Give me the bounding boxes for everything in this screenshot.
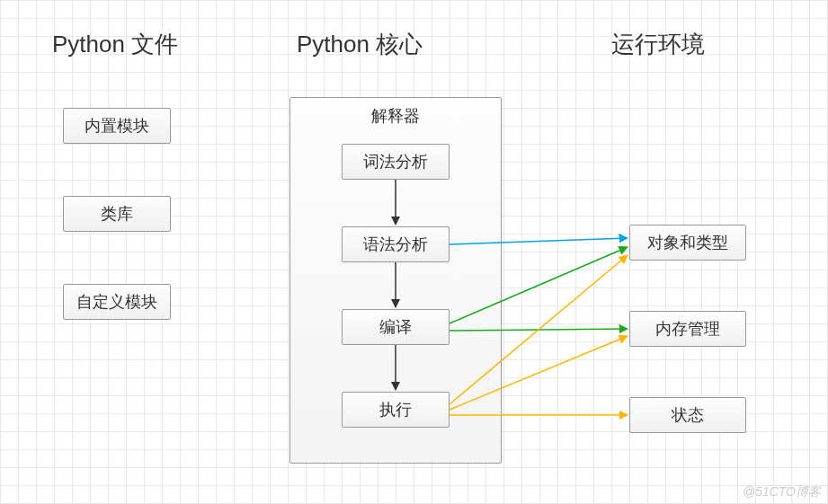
box-custom-modules: 自定义模块 bbox=[63, 284, 171, 320]
box-objects-types: 对象和类型 bbox=[629, 225, 746, 261]
label-custom-modules: 自定义模块 bbox=[76, 291, 157, 313]
label-interpreter: 解释器 bbox=[290, 105, 501, 127]
label-state: 状态 bbox=[672, 404, 704, 426]
label-memory-mgmt: 内存管理 bbox=[655, 318, 720, 340]
label-lexer: 词法分析 bbox=[363, 151, 428, 172]
heading-runtime-env: 运行环境 bbox=[611, 29, 705, 60]
label-libs: 类库 bbox=[101, 203, 133, 225]
box-compiler: 编译 bbox=[342, 309, 450, 345]
watermark: @51CTO博客 bbox=[743, 484, 821, 500]
box-executor: 执行 bbox=[342, 392, 450, 428]
label-builtin-modules: 内置模块 bbox=[85, 115, 149, 137]
box-parser: 语法分析 bbox=[342, 226, 450, 262]
label-compiler: 编译 bbox=[379, 316, 412, 338]
box-state: 状态 bbox=[629, 397, 746, 433]
box-builtin-modules: 内置模块 bbox=[63, 108, 171, 144]
box-lexer: 词法分析 bbox=[342, 144, 450, 180]
box-libs: 类库 bbox=[63, 196, 171, 232]
box-memory-mgmt: 内存管理 bbox=[629, 311, 746, 347]
heading-python-files: Python 文件 bbox=[52, 29, 178, 60]
label-executor: 执行 bbox=[379, 399, 412, 420]
label-parser: 语法分析 bbox=[363, 234, 428, 255]
label-objects-types: 对象和类型 bbox=[647, 232, 728, 253]
heading-python-core: Python 核心 bbox=[297, 29, 423, 60]
